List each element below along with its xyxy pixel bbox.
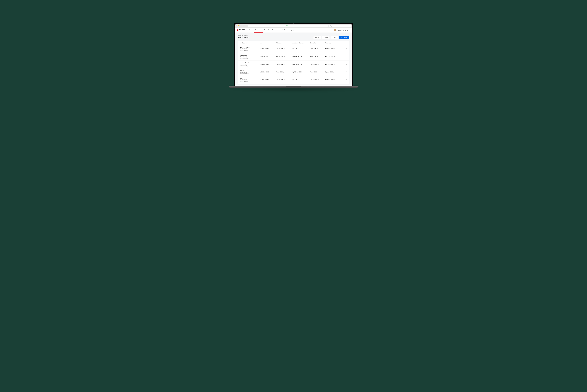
employee-id: 18120210137	[240, 79, 260, 80]
payroll-table: Employee▲▼ Salary▲▼ Allowance▲▼ Addition…	[238, 41, 349, 84]
search-icon: 🔍	[330, 25, 332, 26]
employee-id: 18120210135	[240, 64, 260, 65]
top-nav: ▶ talenta by mekari Home Employees Time …	[235, 28, 352, 33]
nav-timeoff[interactable]: Time Off	[263, 28, 270, 32]
user-area: ✉ Yonathan Prawira ▼	[332, 29, 350, 31]
edit-icon[interactable]	[346, 48, 347, 50]
browser-window: ◀ ▶ + 🔒 Talenta.co 🔍 ▶ talenta	[235, 24, 352, 86]
employee-type: Fulltime employee	[240, 58, 260, 59]
deduction-cell: Rp2.500.000,00	[310, 71, 325, 73]
edit-icon[interactable]	[346, 79, 347, 81]
sort-icon: ▲▼	[246, 42, 247, 44]
nav-company[interactable]: Company▼	[287, 28, 297, 32]
close-window-icon[interactable]	[236, 25, 237, 26]
employee-type: Contract employee	[240, 50, 260, 51]
back-icon[interactable]: ◀	[242, 25, 243, 26]
employee-name: Zainal	[240, 78, 260, 79]
col-salary[interactable]: Salary▲▼	[260, 42, 276, 44]
additional-cell: Rp7.000.000,00	[292, 71, 310, 73]
mail-icon[interactable]: ✉	[332, 29, 333, 31]
action-cell	[343, 71, 347, 73]
logo[interactable]: ▶ talenta by mekari	[237, 29, 245, 31]
page-header: Run Payroll Import Export Reset Run payr…	[238, 36, 349, 39]
employee-id: 18120210136	[240, 72, 260, 73]
logo-mark-icon: ▶	[237, 29, 239, 31]
table-row: Yonathan Prawira18120210135Fulltime empl…	[238, 60, 349, 68]
url-text: Talenta.co	[286, 25, 292, 26]
nav-items: Home Employees Time Off Finance▼ Calenda…	[247, 28, 297, 32]
nav-arrows: ◀ ▶	[242, 25, 244, 26]
new-tab-button[interactable]: +	[245, 25, 247, 27]
nav-home[interactable]: Home	[247, 28, 253, 32]
breadcrumb: Employees / Payroll	[238, 34, 349, 36]
employee-cell: Tiara Puspitawati18120210133Contract emp…	[240, 46, 260, 51]
additional-cell: Rp0,00	[292, 48, 310, 50]
action-cell	[343, 48, 347, 50]
browser-search[interactable]: 🔍	[329, 25, 351, 27]
allowance-cell: Rp1.500.000,00	[276, 79, 292, 80]
employee-cell: Yessica Putri18120210134Fulltime employe…	[240, 54, 260, 59]
url-bar[interactable]: 🔒 Talenta.co	[248, 25, 329, 27]
reset-button[interactable]: Reset	[331, 36, 338, 39]
allowance-cell: Rp2.000.000,00	[276, 56, 292, 57]
page-content: Employees / Payroll Run Payroll Import E…	[235, 33, 352, 86]
additional-cell: Rp1.500.000,00	[292, 64, 310, 65]
export-button[interactable]: Export	[322, 36, 330, 39]
employee-type: Contract employee	[240, 81, 260, 82]
minimize-window-icon[interactable]	[238, 25, 239, 26]
lock-icon: 🔒	[285, 25, 286, 26]
nav-employees[interactable]: Employees	[254, 28, 263, 32]
salary-cell: Rp10.000.000,00	[260, 56, 276, 57]
employee-name: Yessica Putri	[240, 54, 260, 56]
allowance-cell: Rp1.500.000,00	[276, 71, 292, 73]
col-allowance[interactable]: Allowance▲▼	[276, 42, 292, 44]
salary-cell: Rp5.000.000,00	[260, 71, 276, 73]
edit-icon[interactable]	[346, 72, 347, 73]
table-row: Zainal18120210137Contract employeeRp7.00…	[238, 76, 349, 84]
col-deduction[interactable]: Deduction▲▼	[310, 42, 325, 44]
employee-cell: Zulfahri18120210136Fulltime employee	[240, 70, 260, 74]
table-body: Tiara Puspitawati18120210133Contract emp…	[238, 45, 349, 84]
sort-icon: ▲▼	[317, 42, 317, 44]
nav-finance[interactable]: Finance▼	[270, 28, 279, 32]
laptop-frame: ◀ ▶ + 🔒 Talenta.co 🔍 ▶ talenta	[234, 22, 353, 92]
run-payroll-button[interactable]: Run payroll	[339, 36, 349, 39]
laptop-base	[229, 86, 358, 88]
browser-chrome: ◀ ▶ + 🔒 Talenta.co 🔍	[235, 24, 352, 28]
action-cell	[343, 63, 347, 65]
laptop-screen: ◀ ▶ + 🔒 Talenta.co 🔍 ▶ talenta	[234, 22, 353, 86]
col-additional[interactable]: Additional Earnings▲▼	[292, 42, 310, 44]
action-cell	[343, 79, 347, 81]
employee-type: Fulltime employee	[240, 65, 260, 66]
sort-icon: ▲▼	[305, 42, 305, 44]
col-total[interactable]: Total Pay▲▼	[325, 42, 342, 44]
avatar[interactable]	[334, 29, 336, 31]
employee-type: Fulltime employee	[240, 73, 260, 74]
col-employee[interactable]: Employee▲▼	[240, 42, 260, 44]
deduction-cell: Rp500.000,00	[310, 48, 325, 50]
table-row: Yessica Putri18120210134Fulltime employe…	[238, 53, 349, 60]
caret-down-icon: ▼	[277, 30, 278, 30]
nav-calendar[interactable]: Calendar	[279, 28, 287, 32]
table-row: Tiara Puspitawati18120210133Contract emp…	[238, 45, 349, 53]
employee-name: Tiara Puspitawati	[240, 46, 260, 48]
employee-name: Yonathan Prawira	[240, 62, 260, 64]
import-button[interactable]: Import	[313, 36, 321, 39]
edit-icon[interactable]	[346, 64, 347, 65]
user-name: Yonathan Prawira	[338, 29, 348, 31]
salary-cell: Rp10.000.000,00	[260, 64, 276, 65]
page-title: Run Payroll	[238, 36, 249, 39]
window-controls	[236, 25, 240, 26]
allowance-cell: Rp1.500.000,00	[276, 48, 292, 50]
maximize-window-icon[interactable]	[239, 25, 240, 26]
additional-cell: Rp0,00	[292, 79, 310, 80]
forward-icon[interactable]: ▶	[243, 25, 244, 26]
edit-icon[interactable]	[346, 56, 347, 58]
salary-cell: Rp8.000.000,00	[260, 48, 276, 50]
additional-cell: Rp1.500.000,00	[292, 56, 310, 57]
action-cell	[343, 56, 347, 58]
total-cell: Rp11.000.000,00	[325, 71, 342, 73]
shadow	[227, 88, 360, 92]
caret-down-icon[interactable]: ▼	[349, 30, 350, 30]
employee-name: Zulfahri	[240, 70, 260, 71]
